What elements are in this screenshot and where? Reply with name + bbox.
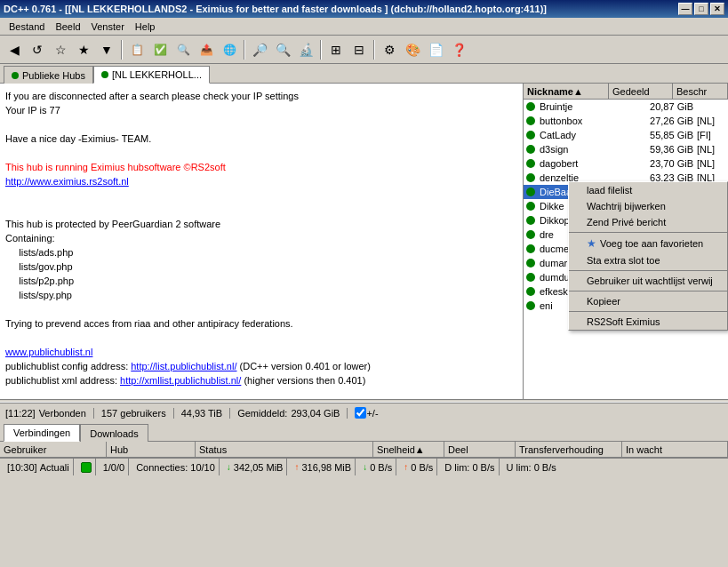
col-header-beschr[interactable]: Beschr — [673, 84, 728, 100]
footer-status-text: Actuali — [40, 462, 69, 473]
btcol-gebruiker[interactable]: Gebruiker — [0, 442, 107, 458]
col-header-nickname[interactable]: Nickname ▲ — [524, 84, 609, 100]
led-green-icon — [81, 462, 92, 473]
chat-line-16 — [5, 302, 517, 316]
toolbar-search2-button[interactable]: 🔍 — [272, 39, 293, 60]
tab-publieke-hubs[interactable]: Publieke Hubs — [4, 66, 93, 84]
user-desc-cell: [FI] — [697, 130, 728, 140]
toolbar-log-button[interactable]: 📄 — [425, 39, 446, 60]
user-row[interactable]: dagobert 23,70 GiB [NL] — [524, 156, 728, 171]
user-row[interactable]: CatLady 55,85 GiB [FI] — [524, 128, 728, 142]
ctx-rs2soft[interactable]: RS2Soft Eximius — [569, 314, 727, 330]
chat-link-eximius[interactable]: http://www.eximius.rs2soft.nl — [5, 176, 129, 187]
toolbar-spy-button[interactable]: 🔍 — [172, 39, 194, 60]
btcol-hub[interactable]: Hub — [107, 442, 196, 458]
user-online-dot — [526, 301, 535, 310]
user-name-cell: dagobert — [538, 158, 639, 169]
user-name-cell: buttonbox — [538, 116, 639, 126]
footer-ul-speed: ↑ 0 B/s — [400, 459, 437, 475]
close-button[interactable]: ✕ — [710, 3, 724, 15]
toolbar-back-button[interactable]: ◀ — [4, 39, 25, 60]
toolbar-color-button[interactable]: 🎨 — [402, 39, 423, 60]
chat-line-19: www.publichublist.nl — [5, 345, 517, 359]
footer-d-lim: D lim: 0 B/s — [441, 459, 499, 475]
titlebar-title: DC++ 0.761 - [[NL LEKKERHOLLANDS2 - Exim… — [4, 4, 547, 14]
btcol-inwacht[interactable]: In wacht — [622, 442, 728, 458]
bottom-table-header: Gebruiker Hub Status Snelheid ▲ Deel Tra… — [0, 442, 728, 458]
user-share-cell: 59,36 GiB — [639, 144, 697, 155]
col-header-gedeeld[interactable]: Gedeeld — [609, 84, 673, 100]
user-online-dot — [526, 145, 535, 154]
chat-link-publichublist[interactable]: www.publichublist.nl — [5, 347, 92, 357]
tab-downloads[interactable]: Downloads — [80, 424, 148, 442]
menu-beeld[interactable]: Beeld — [50, 20, 85, 34]
tab-lekkerhollands[interactable]: [NL LEKKERHOLL... — [93, 66, 210, 84]
status-avg: Gemiddeld: 293,04 GiB — [237, 408, 348, 419]
status-time-text: [11:22] — [5, 408, 36, 419]
user-name-cell: d3sign — [538, 144, 639, 155]
user-row[interactable]: Bruintje 20,87 GiB — [524, 100, 728, 114]
toolbar-favorite-button[interactable]: ☆ — [50, 39, 71, 60]
user-online-dot — [526, 230, 535, 239]
toolbar-btn-extra1[interactable]: ⊞ — [325, 39, 347, 60]
user-share-cell: 27,26 GiB — [639, 116, 697, 126]
user-online-dot — [526, 259, 535, 268]
maximize-button[interactable]: □ — [694, 3, 708, 15]
toolbar-upload-button[interactable]: 📤 — [196, 39, 217, 60]
ctx-wachtrij[interactable]: Wachtrij bijwerken — [569, 198, 727, 214]
footer-up-value: 316,98 MiB — [301, 462, 351, 473]
ctx-remove-user[interactable]: Gebruiker uit wachtlijst verwij — [569, 273, 727, 289]
toolbar-search3-button[interactable]: 🔬 — [295, 39, 316, 60]
status-shared: 44,93 TiB — [181, 408, 230, 419]
chat-line-17: Trying to prevend acces from riaa and ot… — [5, 316, 517, 331]
ctx-extra-slot[interactable]: Sta extra slot toe — [569, 252, 727, 268]
footer-dl-speed: ↓ 0 B/s — [359, 459, 396, 475]
user-online-dot — [526, 287, 535, 296]
menu-help[interactable]: Help — [130, 20, 161, 34]
toolbar-dropdown-button[interactable]: ▼ — [96, 39, 117, 60]
tab-verbindingen[interactable]: Verbindingen — [4, 424, 80, 442]
toolbar-settings-button[interactable]: ⚙ — [379, 39, 400, 60]
btcol-deel[interactable]: Deel — [444, 442, 516, 458]
ctx-kopieer[interactable]: Kopieer — [569, 293, 727, 309]
status-users: 157 gebruikers — [101, 408, 174, 419]
ctx-prive[interactable]: Zend Privé bericht — [569, 214, 727, 230]
user-share-cell: 20,87 GiB — [639, 101, 697, 112]
toolbar-finished-button[interactable]: ✅ — [149, 39, 171, 60]
footer-upload: ↑ 316,98 MiB — [291, 459, 356, 475]
menu-venster[interactable]: Venster — [86, 20, 130, 34]
toolbar-network-button[interactable]: 🌐 — [219, 39, 240, 60]
btcol-status[interactable]: Status — [196, 442, 373, 458]
ctx-favorieten[interactable]: ★ Voeg toe aan favorieten — [569, 235, 727, 252]
toolbar-star-button[interactable]: ★ — [73, 39, 94, 60]
user-list-header: Nickname ▲ Gedeeld Beschr — [524, 84, 728, 100]
toolbar-btn-extra2[interactable]: ⊟ — [348, 39, 370, 60]
btcol-transferverhouding[interactable]: Transferverhouding — [516, 442, 622, 458]
user-online-dot — [526, 159, 535, 168]
toolbar-help-button[interactable]: ❓ — [448, 39, 469, 60]
user-row[interactable]: buttonbox 27,26 GiB [NL] — [524, 114, 728, 128]
ctx-laad-filelist[interactable]: laad filelist — [569, 182, 727, 198]
chat-line-8 — [5, 188, 517, 203]
chat-line-6: This hub is running Eximius hubsoftware … — [5, 160, 517, 174]
chat-line-5 — [5, 146, 517, 160]
toolbar-queue-button[interactable]: 📋 — [126, 39, 148, 60]
chat-area[interactable]: If you are disconnected after a search p… — [0, 84, 524, 399]
menu-bestand[interactable]: Bestand — [4, 20, 50, 34]
user-desc-cell: [NL] — [697, 144, 728, 155]
chat-line-1: If you are disconnected after a search p… — [5, 89, 517, 103]
user-list-panel: Nickname ▲ Gedeeld Beschr Bruintje 20,87… — [524, 84, 728, 399]
toolbar-refresh-button[interactable]: ↺ — [27, 39, 48, 60]
toolbar-search-button[interactable]: 🔎 — [249, 39, 270, 60]
user-online-dot — [526, 102, 535, 111]
footer-led — [77, 459, 96, 475]
user-row[interactable]: d3sign 59,36 GiB [NL] — [524, 142, 728, 156]
user-online-dot — [526, 202, 535, 211]
toolbar: ◀ ↺ ☆ ★ ▼ 📋 ✅ 🔍 📤 🌐 🔎 🔍 🔬 ⊞ ⊟ ⚙ 🎨 📄 ❓ — [0, 36, 728, 64]
minimize-button[interactable]: — — [678, 3, 692, 15]
footer-connecties-label: Connecties: 10/10 — [136, 462, 215, 473]
status-check[interactable] — [355, 407, 366, 419]
chat-line-14: lists/p2p.php — [5, 274, 517, 288]
status-avg-value: 293,04 GiB — [291, 408, 340, 419]
btcol-snelheid[interactable]: Snelheid ▲ — [373, 442, 444, 458]
